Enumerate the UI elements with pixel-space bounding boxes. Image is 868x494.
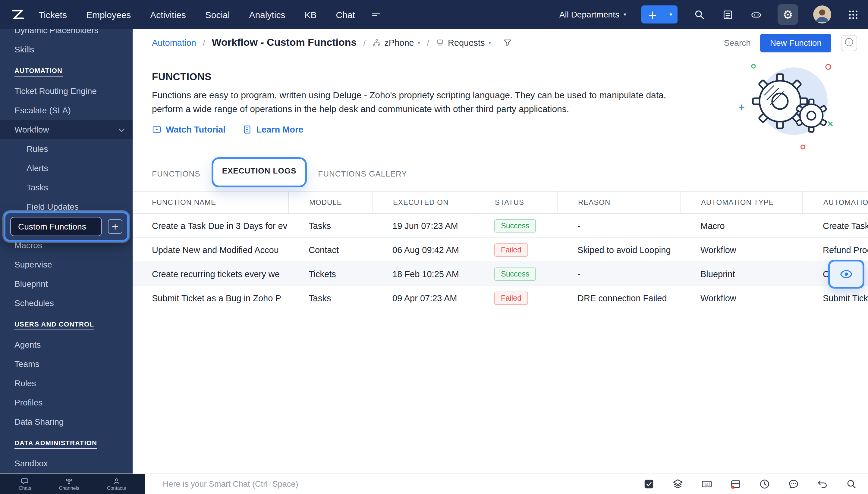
functions-intro-section: FUNCTIONS Functions are easy to program,…	[133, 57, 868, 158]
info-icon[interactable]: ⓘ	[841, 35, 857, 51]
nav-chat[interactable]: Chat	[336, 10, 355, 20]
cell-executed-on: 18 Feb 10:25 AM	[372, 269, 474, 279]
feeds-icon[interactable]	[721, 8, 734, 21]
bottom-icons	[643, 478, 868, 490]
tab-execution-logs[interactable]: EXECUTION LOGS	[222, 166, 297, 181]
sidebar-item-ticket-routing-engine[interactable]: Ticket Routing Engine	[0, 81, 133, 101]
apps-grid-icon[interactable]	[846, 8, 860, 21]
table-row[interactable]: Update New and Modified Accou Contact 06…	[133, 238, 868, 262]
chat-bubble-icon[interactable]	[788, 478, 799, 490]
add-custom-function-button[interactable]: +	[108, 219, 122, 234]
gears-illustration	[737, 59, 845, 152]
sidebar-item-agents[interactable]: Agents	[0, 335, 133, 354]
keyboard-icon[interactable]	[701, 478, 713, 490]
filter-funnel-icon[interactable]	[502, 38, 512, 48]
custom-functions-coachmark[interactable]: Custom Functions +	[4, 211, 129, 242]
org-label: zPhone	[384, 38, 414, 48]
search-trigger[interactable]: Search	[724, 38, 751, 48]
sidebar-item-dynamic-placeholders[interactable]: Dynamic Placeholders	[0, 29, 133, 40]
view-selector[interactable]: Requests ▾	[436, 38, 491, 48]
status-badge: Success	[494, 219, 536, 232]
task-checkbox-icon[interactable]	[643, 478, 654, 490]
stack-icon	[436, 39, 444, 47]
search-icon[interactable]	[692, 8, 706, 21]
sidebar-item-label: Sandbox	[15, 458, 48, 468]
sidebar-item-tasks[interactable]: Tasks	[0, 178, 133, 197]
smart-chat-input[interactable]	[163, 479, 643, 489]
sidebar-item-label: Custom Functions	[18, 222, 86, 231]
dock-label: Contacts	[107, 486, 126, 491]
layers-icon[interactable]	[672, 478, 684, 490]
gamescope-icon[interactable]	[749, 8, 762, 21]
sidebar-item-alerts[interactable]: Alerts	[0, 158, 133, 178]
view-label: Requests	[448, 38, 485, 48]
sidebar-item-label: Schedules	[15, 298, 54, 308]
document-icon	[242, 125, 252, 134]
sidebar-item-roles[interactable]: Roles	[0, 374, 133, 393]
learn-more-link[interactable]: Learn More	[242, 125, 303, 134]
topnav-right-cluster: All Departments ▾ + ▾ ⚙	[559, 4, 860, 25]
dock-channels[interactable]: Channels	[59, 477, 79, 491]
sidebar-item-teams[interactable]: Teams	[0, 354, 133, 374]
sidebar-item-data-sharing[interactable]: Data Sharing	[0, 412, 133, 431]
nav-activities[interactable]: Activities	[150, 10, 186, 20]
video-icon	[152, 125, 162, 134]
quick-add-caret-button[interactable]: ▾	[664, 5, 678, 23]
zoho-desk-logo-icon[interactable]	[8, 5, 26, 23]
history-clock-icon[interactable]	[759, 478, 770, 490]
quick-add-button[interactable]: +	[641, 5, 664, 23]
table-row[interactable]: Submit Ticket as a Bug in Zoho P Tasks 0…	[133, 286, 868, 310]
cell-automation-type: Workflow	[680, 245, 802, 254]
ticket-alert-icon[interactable]	[730, 478, 741, 490]
cell-executed-on: 09 Apr 07:23 AM	[372, 293, 474, 303]
column-header: STATUS	[474, 192, 557, 213]
tab-functions-gallery[interactable]: FUNCTIONS GALLERY	[318, 169, 407, 178]
user-avatar[interactable]	[813, 5, 831, 23]
nav-kb[interactable]: KB	[304, 10, 316, 20]
new-function-button[interactable]: New Function	[760, 34, 831, 52]
main-content: Automation / Workflow - Custom Functions…	[133, 29, 868, 474]
table-row[interactable]: Create recurring tickets every we Ticket…	[133, 262, 868, 286]
sidebar-item-workflow[interactable]: Workflow	[0, 120, 133, 139]
dock-contacts[interactable]: Contacts	[107, 477, 126, 491]
cell-reason: -	[557, 221, 680, 230]
cell-module: Contact	[288, 245, 372, 254]
sidebar-item-supervise[interactable]: Supervise	[0, 255, 133, 274]
dock-chats[interactable]: Chats	[19, 477, 31, 491]
sidebar-item-sandbox[interactable]: Sandbox	[0, 454, 133, 473]
cell-reason: -	[557, 269, 680, 279]
primary-menu: Tickets Employees Activities Social Anal…	[39, 10, 355, 20]
department-selector[interactable]: All Departments ▾	[559, 10, 626, 19]
sidebar-item-blueprint[interactable]: Blueprint	[0, 274, 133, 293]
sidebar-item-custom-functions-highlighted[interactable]: Custom Functions	[10, 217, 102, 236]
sidebar-item-escalate-sla[interactable]: Escalate (SLA)	[0, 101, 133, 120]
table-row[interactable]: Create a Task Due in 3 Days for ev Tasks…	[133, 214, 868, 238]
breadcrumb-separator: /	[427, 38, 429, 48]
settings-gear-icon[interactable]: ⚙	[778, 4, 798, 25]
sidebar-item-rules[interactable]: Rules	[0, 139, 133, 158]
nav-social[interactable]: Social	[205, 10, 230, 20]
nav-tickets[interactable]: Tickets	[39, 10, 67, 20]
nav-analytics[interactable]: Analytics	[249, 10, 285, 20]
sidebar-item-label: Roles	[15, 378, 36, 388]
sidebar-section-automation: AUTOMATION	[0, 62, 133, 81]
view-log-coachmark[interactable]	[828, 260, 864, 289]
sidebar-item-skills[interactable]: Skills	[0, 40, 133, 59]
sidebar-item-label: Dynamic Placeholders	[15, 29, 98, 35]
column-header: FUNCTION NAME	[133, 192, 288, 213]
breadcrumb-automation-link[interactable]: Automation	[152, 38, 196, 48]
breadcrumb-separator: /	[364, 38, 366, 48]
sidebar-item-label: Field Updates	[26, 202, 79, 211]
watch-tutorial-link[interactable]: Watch Tutorial	[152, 125, 225, 134]
nav-employees[interactable]: Employees	[86, 10, 131, 20]
org-selector[interactable]: zPhone ▾	[372, 38, 420, 48]
chevron-down-icon: ▾	[488, 40, 491, 46]
sidebar-item-profiles[interactable]: Profiles	[0, 393, 133, 412]
tab-label: EXECUTION LOGS	[222, 166, 297, 175]
menu-collapse-icon[interactable]	[371, 9, 382, 20]
sidebar-item-schedules[interactable]: Schedules	[0, 293, 133, 313]
sidebar-item-label: Ticket Routing Engine	[15, 86, 97, 96]
zoom-search-icon[interactable]	[846, 478, 857, 490]
undo-icon[interactable]	[817, 478, 828, 490]
tab-functions[interactable]: FUNCTIONS	[152, 169, 200, 178]
